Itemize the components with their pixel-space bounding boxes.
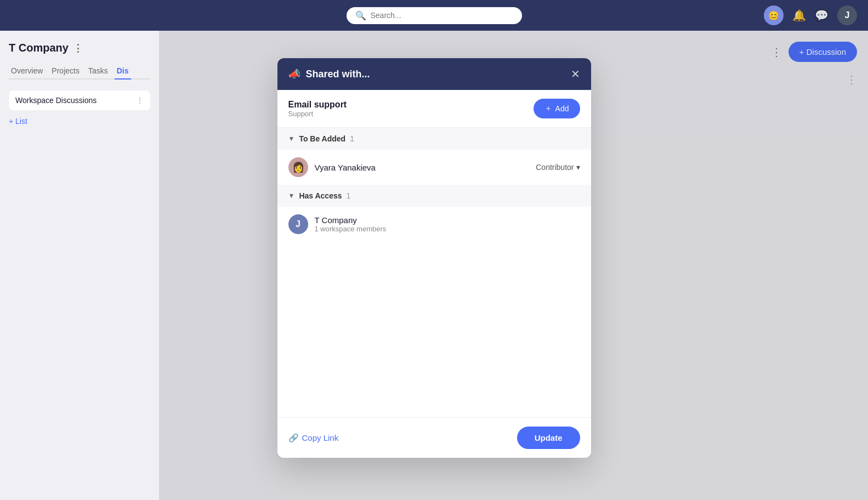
update-button[interactable]: Update [517, 427, 580, 449]
search-input[interactable] [371, 11, 513, 20]
modal-header: 📣 Shared with... ✕ [277, 58, 591, 90]
modal-title-text: Shared with... [306, 69, 370, 80]
add-btn-label: Add [555, 104, 569, 113]
search-bar[interactable]: 🔍 [347, 7, 522, 24]
add-icon: ＋ [544, 104, 552, 113]
topbar-icons: 😊 🔔 💬 J [764, 5, 857, 25]
to-be-added-count: 1 [350, 134, 354, 143]
workspace-name: T Company [9, 42, 69, 54]
company-name: T Company [315, 215, 387, 225]
copy-link-button[interactable]: 🔗 Copy Link [288, 433, 339, 443]
search-icon: 🔍 [355, 10, 366, 21]
item-menu-icon[interactable]: ⋮ [136, 96, 144, 105]
topbar: 🔍 😊 🔔 💬 J [0, 0, 868, 31]
company-initial: J [296, 219, 300, 229]
avatar-icon: 😊 [768, 10, 779, 21]
modal-title: 📣 Shared with... [288, 68, 370, 80]
to-be-added-label: To Be Added [299, 134, 345, 143]
email-support-name: Email support [288, 100, 347, 110]
tab-projects[interactable]: Projects [49, 63, 82, 79]
megaphone-icon: 📣 [288, 68, 300, 80]
chevron-down-role-icon: ▾ [576, 163, 580, 172]
has-access-section[interactable]: ▼ Has Access 1 [277, 185, 591, 207]
workspace-discussions-label: Workspace Discussions [15, 96, 97, 105]
tab-overview[interactable]: Overview [9, 63, 45, 79]
avatar-placeholder: 👩 [292, 161, 304, 173]
user-row: 👩 Vyara Yanakieva Contributor ▾ [277, 150, 591, 185]
tab-tasks[interactable]: Tasks [86, 63, 110, 79]
sidebar: T Company ⋮ Overview Projects Tasks Dis … [0, 31, 159, 500]
email-support-sub: Support [288, 110, 347, 118]
user-initial: J [845, 10, 850, 20]
company-members: 1 workspace members [315, 225, 387, 233]
add-button[interactable]: ＋ Add [534, 99, 580, 118]
link-icon: 🔗 [288, 433, 299, 443]
role-label: Contributor [536, 163, 574, 172]
modal-close-button[interactable]: ✕ [571, 69, 580, 79]
has-access-label: Has Access [299, 191, 342, 200]
nav-tabs: Overview Projects Tasks Dis [9, 63, 150, 79]
add-list-button[interactable]: + List [9, 115, 150, 128]
modal-spacer [277, 242, 591, 417]
company-avatar: J [288, 214, 308, 234]
role-dropdown[interactable]: Contributor ▾ [536, 163, 580, 172]
chevron-down-access-icon: ▼ [288, 192, 295, 200]
chevron-down-icon: ▼ [288, 135, 295, 143]
workspace-title: T Company ⋮ [9, 42, 150, 54]
update-btn-label: Update [535, 433, 563, 442]
user-avatar-vyara: 👩 [288, 157, 308, 177]
workspace-menu-icon[interactable]: ⋮ [73, 42, 83, 54]
workspace-discussions-item[interactable]: Workspace Discussions ⋮ [9, 90, 150, 110]
has-access-count: 1 [346, 191, 350, 200]
shared-with-modal: 📣 Shared with... ✕ Email support Support… [277, 58, 591, 458]
user-name-vyara: Vyara Yanakieva [315, 163, 530, 172]
company-row: J T Company 1 workspace members [277, 207, 591, 242]
to-be-added-section[interactable]: ▼ To Be Added 1 [277, 128, 591, 150]
email-support-info: Email support Support [288, 100, 347, 118]
notification-icon[interactable]: 🔔 [792, 9, 806, 22]
email-support-row: Email support Support ＋ Add [277, 90, 591, 128]
chat-icon[interactable]: 💬 [815, 9, 829, 22]
tab-discussions[interactable]: Dis [115, 63, 131, 79]
add-list-label: + List [9, 117, 27, 126]
modal-body: Email support Support ＋ Add ▼ To Be Adde… [277, 90, 591, 417]
user-profile-avatar[interactable]: J [837, 5, 857, 25]
modal-footer: 🔗 Copy Link Update [277, 417, 591, 458]
copy-link-label: Copy Link [302, 433, 339, 442]
company-info: T Company 1 workspace members [315, 215, 387, 233]
user-avatar-topbar[interactable]: 😊 [764, 5, 784, 25]
